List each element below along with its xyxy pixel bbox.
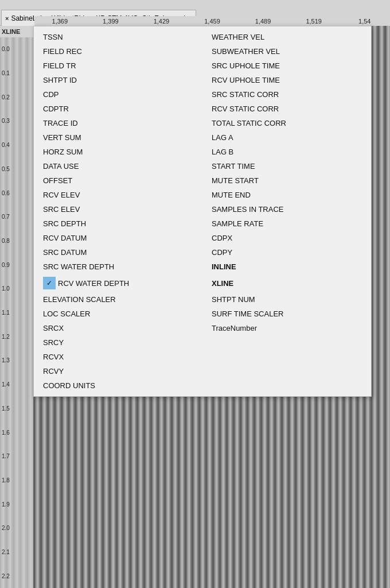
yaxis-tick: 0.2 <box>0 85 33 109</box>
yaxis-tick: 1.3 <box>0 349 33 373</box>
tab-close-left-icon[interactable]: × <box>5 15 9 22</box>
menu-item-right[interactable]: LAG B <box>202 145 371 159</box>
menu-item-right[interactable]: CDPY <box>202 245 371 260</box>
yaxis-tick: 1.9 <box>0 492 33 516</box>
menu-item-left[interactable]: DATA USE <box>34 159 202 173</box>
menu-item-label: MUTE END <box>212 191 251 199</box>
menu-item-left[interactable]: CDPTR <box>34 102 202 116</box>
menu-item-right[interactable]: SAMPLE RATE <box>202 216 371 231</box>
menu-item-label: SHTPT NUM <box>212 295 255 304</box>
menu-item-left[interactable]: COORD UNITS <box>34 378 202 393</box>
menu-item-left[interactable]: RCVX <box>34 350 202 364</box>
menu-item-left[interactable]: SRC ELEV <box>34 202 202 216</box>
xline-label: XLINE <box>0 26 34 37</box>
menu-item-left[interactable]: FIELD REC <box>34 44 202 59</box>
menu-item-right-empty <box>202 335 371 350</box>
menu-item-label: FIELD REC <box>43 47 82 56</box>
menu-grid: TSSNWEATHER VELFIELD RECSUBWEATHER VELFI… <box>34 30 371 393</box>
menu-item-label: LOC SCALER <box>43 310 90 318</box>
menu-item-right[interactable]: SAMPLES IN TRACE <box>202 202 371 216</box>
menu-item-right[interactable]: MUTE END <box>202 188 371 202</box>
menu-item-right[interactable]: WEATHER VEL <box>202 30 371 44</box>
menu-item-label: TRACE ID <box>43 119 78 127</box>
menu-item-label: SURF TIME SCALER <box>212 310 283 318</box>
scale-value: 1,519 <box>288 18 340 25</box>
menu-item-label: CDPY <box>212 248 232 257</box>
yaxis-tick: 0.8 <box>0 229 33 253</box>
menu-item-label: MUTE START <box>212 176 259 185</box>
menu-item-label: RCV ELEV <box>43 191 80 199</box>
menu-item-label: SRC WATER DEPTH <box>43 262 114 271</box>
menu-item-label: SHTPT ID <box>43 76 77 84</box>
menu-item-label: RCV WATER DEPTH <box>58 279 129 288</box>
yaxis-tick: 1.8 <box>0 469 33 493</box>
checkmark-icon: ✓ <box>43 277 56 289</box>
menu-item-left[interactable]: HORZ SUM <box>34 145 202 159</box>
menu-item-left[interactable]: ELEVATION SCALER <box>34 292 202 307</box>
menu-item-label: HORZ SUM <box>43 148 83 156</box>
menu-item-label: LAG A <box>212 133 233 142</box>
menu-item-right[interactable]: SURF TIME SCALER <box>202 307 371 321</box>
menu-item-label: COORD UNITS <box>43 381 95 390</box>
menu-item-left[interactable]: FIELD TR <box>34 59 202 73</box>
menu-item-left[interactable]: CDP <box>34 87 202 102</box>
menu-item-right[interactable]: SRC UPHOLE TIME <box>202 59 371 73</box>
menu-item-left[interactable]: RCV DATUM <box>34 231 202 245</box>
menu-item-label: TraceNumber <box>212 324 257 332</box>
menu-item-left[interactable]: SRC WATER DEPTH <box>34 260 202 274</box>
menu-item-left[interactable]: SRC DEPTH <box>34 216 202 231</box>
yaxis-tick: 1.4 <box>0 373 33 397</box>
menu-item-left[interactable]: SRC DATUM <box>34 245 202 260</box>
menu-item-label: CDPX <box>212 234 232 242</box>
menu-item-label: SAMPLE RATE <box>212 219 263 228</box>
menu-item-label: RCVX <box>43 353 64 361</box>
menu-item-left[interactable]: OFFSET <box>34 173 202 188</box>
menu-item-label: RCV DATUM <box>43 234 87 242</box>
yaxis-tick: 1.2 <box>0 324 33 349</box>
menu-item-right[interactable]: XLINE <box>202 274 371 292</box>
menu-item-label: TSSN <box>43 33 63 41</box>
menu-item-label: SRCY <box>43 338 64 347</box>
menu-item-left[interactable]: TRACE ID <box>34 116 202 130</box>
menu-item-left[interactable]: LOC SCALER <box>34 307 202 321</box>
menu-item-left[interactable]: RCVY <box>34 364 202 378</box>
menu-item-right[interactable]: START TIME <box>202 159 371 173</box>
yaxis-tick: 1.6 <box>0 420 33 444</box>
menu-item-label: SRC DATUM <box>43 248 87 257</box>
menu-item-label: CDPTR <box>43 105 69 113</box>
menu-item-right[interactable]: MUTE START <box>202 173 371 188</box>
menu-item-label: SRCX <box>43 324 64 332</box>
menu-item-left[interactable]: SRCX <box>34 321 202 335</box>
menu-item-right[interactable]: SHTPT NUM <box>202 292 371 307</box>
menu-item-left[interactable]: ✓RCV WATER DEPTH <box>34 274 202 292</box>
menu-item-right[interactable]: RCV STATIC CORR <box>202 102 371 116</box>
menu-item-right[interactable]: CDPX <box>202 231 371 245</box>
menu-item-right-empty <box>202 378 371 393</box>
menu-item-label: WEATHER VEL <box>212 33 264 41</box>
menu-item-right[interactable]: SRC STATIC CORR <box>202 87 371 102</box>
yaxis-tick: 0.6 <box>0 181 33 205</box>
yaxis-tick: 1.7 <box>0 444 33 469</box>
menu-item-left[interactable]: SRCY <box>34 335 202 350</box>
menu-item-left[interactable]: RCV ELEV <box>34 188 202 202</box>
menu-item-label: ELEVATION SCALER <box>43 295 116 304</box>
menu-item-right[interactable]: INLINE <box>202 260 371 274</box>
menu-item-right[interactable]: TOTAL STATIC CORR <box>202 116 371 130</box>
menu-item-left[interactable]: TSSN <box>34 30 202 44</box>
yaxis-tick: 1.1 <box>0 301 33 325</box>
dropdown-panel: TSSNWEATHER VELFIELD RECSUBWEATHER VELFI… <box>33 26 372 397</box>
menu-item-right[interactable]: TraceNumber <box>202 321 371 335</box>
menu-item-right[interactable]: SUBWEATHER VEL <box>202 44 371 59</box>
menu-item-right[interactable]: RCV UPHOLE TIME <box>202 73 371 87</box>
scale-value: 1,489 <box>237 18 288 25</box>
menu-item-label: DATA USE <box>43 162 79 171</box>
menu-item-label: TOTAL STATIC CORR <box>212 119 286 127</box>
menu-item-right[interactable]: LAG A <box>202 130 371 145</box>
menu-item-left[interactable]: VERT SUM <box>34 130 202 145</box>
yaxis-tick: 1.5 <box>0 397 33 421</box>
scale-value: 1,54 <box>339 18 390 25</box>
menu-item-label: FIELD TR <box>43 61 76 70</box>
menu-item-left[interactable]: SHTPT ID <box>34 73 202 87</box>
menu-item-label: SRC DEPTH <box>43 219 86 228</box>
yaxis-tick: 2.2 <box>0 564 33 588</box>
